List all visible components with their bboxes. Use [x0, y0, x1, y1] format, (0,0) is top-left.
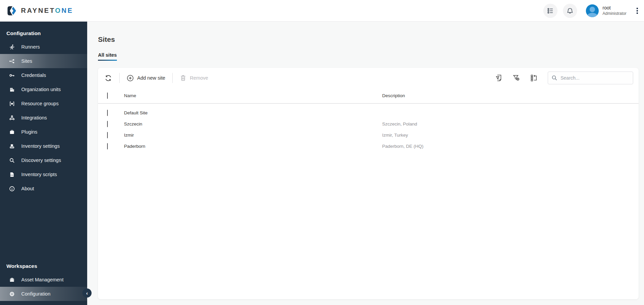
add-circle-icon: [127, 75, 134, 82]
user-info[interactable]: root Administrator: [602, 5, 626, 16]
sidebar-item-label: Asset Management: [21, 277, 64, 282]
about-icon: [9, 186, 15, 192]
row-checkbox[interactable]: [107, 143, 108, 149]
sidebar-item-label: About: [21, 186, 34, 191]
discovery-icon: [9, 158, 15, 163]
remove-button[interactable]: Remove: [179, 73, 209, 83]
add-new-site-label: Add new site: [137, 75, 165, 81]
sidebar-item-label: Discovery settings: [21, 158, 61, 163]
app-logo: RAYNETONE: [0, 5, 73, 17]
sidebar-item-label: Credentials: [21, 73, 46, 78]
integrations-icon: [9, 115, 15, 121]
refresh-icon: [104, 74, 112, 82]
sidebar-config-items: RunnersSitesCredentialsOrganization unit…: [0, 40, 87, 196]
table-body: Default SiteSzczecinSzczecin, PolandIzmi…: [98, 104, 639, 152]
tab-all-sites[interactable]: All sites: [98, 52, 117, 61]
sidebar-item-inventory-scripts[interactable]: Inventory scripts: [0, 167, 87, 182]
cell-name: Izmir: [124, 133, 382, 138]
sidebar-item-label: Sites: [21, 58, 32, 64]
task-list-button[interactable]: [543, 4, 558, 18]
sidebar-section-heading: Configuration: [0, 22, 87, 40]
logo-mark-icon: [5, 5, 18, 17]
sidebar-item-credentials[interactable]: Credentials: [0, 68, 87, 82]
chevron-left-icon: ‹: [86, 290, 88, 296]
row-checkbox[interactable]: [107, 110, 108, 116]
cell-description: Szczecin, Poland: [382, 121, 639, 127]
avatar-person-icon: [590, 7, 595, 12]
sidebar-workspace-items: Asset ManagementConfiguration: [0, 273, 87, 305]
gear-icon: [9, 291, 15, 297]
remove-label: Remove: [190, 75, 208, 81]
sidebar-collapse-button[interactable]: ‹: [82, 288, 92, 298]
cell-name: Szczecin: [124, 121, 382, 127]
tab-bar: All sites: [98, 52, 639, 61]
sidebar-item-about[interactable]: About: [0, 182, 87, 196]
add-new-site-button[interactable]: Add new site: [126, 73, 166, 83]
user-name: root: [602, 5, 626, 11]
cell-name: Default Site: [124, 110, 382, 115]
main-content: Sites All sites: [87, 22, 644, 305]
runner-icon: [9, 44, 15, 50]
cell-description: Izmir, Turkey: [382, 133, 639, 138]
sidebar-item-runners[interactable]: Runners: [0, 40, 87, 54]
briefcase-icon: [9, 277, 15, 283]
sidebar-section-heading: Workspaces: [0, 263, 87, 273]
sidebar-item-label: Organization units: [21, 87, 61, 92]
plugins-icon: [9, 129, 15, 135]
scripts-icon: [9, 172, 15, 177]
table-header: Name Description: [98, 88, 639, 104]
export-filter-icon[interactable]: [494, 73, 503, 83]
sidebar-item-label: Integrations: [21, 115, 47, 120]
clear-filter-icon[interactable]: [512, 73, 521, 83]
sidebar-item-plugins[interactable]: Plugins: [0, 125, 87, 139]
user-avatar[interactable]: [586, 4, 599, 17]
sidebar-item-integrations[interactable]: Integrations: [0, 111, 87, 125]
table-row[interactable]: Default Site: [98, 107, 639, 118]
column-header-description[interactable]: Description: [382, 93, 639, 98]
search-icon: [551, 75, 558, 81]
overflow-menu-button[interactable]: [635, 6, 639, 15]
select-all-checkbox[interactable]: [107, 92, 108, 99]
sidebar-item-asset-management[interactable]: Asset Management: [0, 273, 87, 287]
table-row[interactable]: PaderbornPaderborn, DE (HQ): [98, 141, 639, 152]
page-title: Sites: [98, 22, 639, 44]
cell-name: Paderborn: [124, 144, 382, 149]
bell-icon: [566, 7, 574, 15]
org-icon: [9, 87, 15, 92]
sidebar-item-label: Configuration: [21, 291, 50, 297]
cell-description: Paderborn, DE (HQ): [382, 144, 639, 149]
sidebar: Configuration RunnersSitesCredentialsOrg…: [0, 22, 87, 305]
resource-icon: [9, 101, 15, 107]
logo-text: RAYNETONE: [21, 7, 73, 15]
column-header-name[interactable]: Name: [124, 93, 382, 98]
row-checkbox[interactable]: [107, 121, 108, 127]
sidebar-item-sites[interactable]: Sites: [0, 54, 87, 68]
top-bar: RAYNETONE root Administra: [0, 0, 644, 22]
sites-card: Add new site Remove: [98, 68, 639, 299]
row-checkbox[interactable]: [107, 132, 108, 138]
trash-icon: [180, 75, 187, 81]
table-toolbar: Add new site Remove: [98, 68, 639, 88]
sidebar-item-label: Runners: [21, 44, 40, 50]
choose-columns-icon[interactable]: [529, 73, 539, 83]
refresh-button[interactable]: [104, 73, 113, 83]
user-role: Administrator: [602, 11, 626, 16]
task-list-icon: [547, 7, 554, 15]
sidebar-item-configuration[interactable]: Configuration: [0, 287, 87, 301]
notifications-button[interactable]: [563, 4, 577, 18]
sidebar-item-organization-units[interactable]: Organization units: [0, 82, 87, 96]
sidebar-item-label: Inventory settings: [21, 143, 60, 149]
sites-icon: [9, 58, 15, 64]
sidebar-item-label: Resource groups: [21, 101, 58, 106]
sidebar-item-label: Plugins: [21, 129, 38, 135]
sidebar-item-label: Inventory scripts: [21, 172, 57, 177]
inventory-icon: [9, 143, 15, 149]
table-row[interactable]: IzmirIzmir, Turkey: [98, 130, 639, 141]
sidebar-item-discovery-settings[interactable]: Discovery settings: [0, 153, 87, 167]
search-box: [548, 72, 633, 84]
key-icon: [9, 73, 15, 78]
sidebar-item-inventory-settings[interactable]: Inventory settings: [0, 139, 87, 153]
search-input[interactable]: [561, 75, 629, 81]
table-row[interactable]: SzczecinSzczecin, Poland: [98, 118, 639, 130]
sidebar-item-resource-groups[interactable]: Resource groups: [0, 96, 87, 111]
